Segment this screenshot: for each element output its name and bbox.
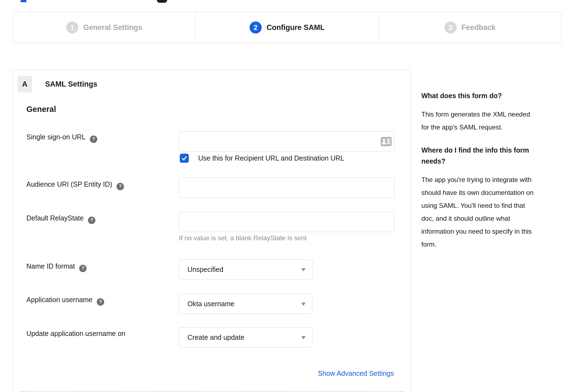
application-username-select[interactable]: Okta username: [179, 294, 313, 314]
name-id-format-label-text: Name ID format: [26, 262, 75, 270]
step-label: General Settings: [83, 23, 142, 32]
default-relaystate-input[interactable]: [179, 212, 394, 232]
help-paragraph-where: The app you're trying to integrate with …: [421, 173, 553, 251]
recipient-url-checkbox[interactable]: [180, 154, 189, 163]
default-relaystate-label: Default RelayState?: [26, 214, 95, 224]
show-advanced-settings-link[interactable]: Show Advanced Settings: [318, 369, 394, 377]
sso-url-label-text: Single sign-on URL: [26, 133, 85, 141]
help-icon[interactable]: ?: [97, 298, 104, 306]
step-general-settings[interactable]: 1 General Settings: [13, 12, 195, 43]
recipient-url-checkbox-label[interactable]: Use this for Recipient URL and Destinati…: [198, 154, 344, 162]
contact-card-icon[interactable]: [381, 137, 392, 146]
name-id-format-label: Name ID format?: [26, 262, 87, 272]
saml-settings-panel: A SAML Settings General Single sign-on U…: [13, 69, 411, 392]
cutoff-blue-fragment: [21, 0, 26, 2]
help-icon[interactable]: ?: [90, 136, 97, 143]
section-title: SAML Settings: [45, 80, 97, 89]
update-app-username-value: Create and update: [187, 333, 244, 341]
help-icon[interactable]: ?: [79, 265, 87, 272]
audience-uri-label-text: Audience URI (SP Entity ID): [26, 180, 112, 188]
wizard-stepper: 1 General Settings 2 Configure SAML 3 Fe…: [13, 12, 562, 43]
chevron-down-icon: [301, 303, 306, 306]
audience-uri-label: Audience URI (SP Entity ID)?: [26, 180, 124, 190]
section-dashed-divider: [20, 391, 404, 392]
step-configure-saml[interactable]: 2 Configure SAML: [195, 12, 378, 43]
step-label: Configure SAML: [267, 23, 325, 32]
cutoff-dark-fragment: [157, 0, 167, 3]
help-sidebar: What does this form do? This form genera…: [421, 90, 553, 262]
application-username-label-text: Application username: [26, 296, 92, 303]
name-id-format-select[interactable]: Unspecified: [179, 260, 313, 280]
step-number-badge: 1: [66, 21, 78, 34]
check-icon: [181, 155, 187, 161]
sso-url-input-wrap: [179, 131, 394, 151]
chevron-down-icon: [301, 336, 306, 339]
update-app-username-label: Update application username on: [26, 330, 125, 338]
step-feedback[interactable]: 3 Feedback: [378, 12, 561, 43]
help-heading-where: Where do I find the info this form needs…: [421, 145, 553, 167]
default-relaystate-label-text: Default RelayState: [26, 214, 84, 222]
help-heading-what: What does this form do?: [421, 90, 553, 101]
relaystate-hint: If no value is set, a blank RelayState i…: [179, 234, 306, 242]
general-group-heading: General: [26, 105, 56, 114]
application-username-value: Okta username: [187, 300, 234, 308]
help-icon[interactable]: ?: [117, 183, 124, 190]
application-username-label: Application username?: [26, 296, 104, 306]
help-paragraph-what: This form generates the XML needed for t…: [421, 108, 553, 134]
section-a-badge: A: [18, 76, 32, 92]
sso-url-input[interactable]: [179, 131, 394, 151]
update-app-username-select[interactable]: Create and update: [179, 327, 313, 347]
step-label: Feedback: [461, 23, 496, 32]
step-number-badge: 2: [250, 21, 262, 34]
step-number-badge: 3: [444, 21, 457, 34]
help-icon[interactable]: ?: [88, 217, 95, 224]
update-app-username-label-text: Update application username on: [26, 330, 125, 337]
name-id-format-value: Unspecified: [187, 266, 223, 274]
chevron-down-icon: [301, 268, 306, 271]
sso-url-label: Single sign-on URL?: [26, 133, 97, 143]
audience-uri-input[interactable]: [179, 178, 394, 198]
